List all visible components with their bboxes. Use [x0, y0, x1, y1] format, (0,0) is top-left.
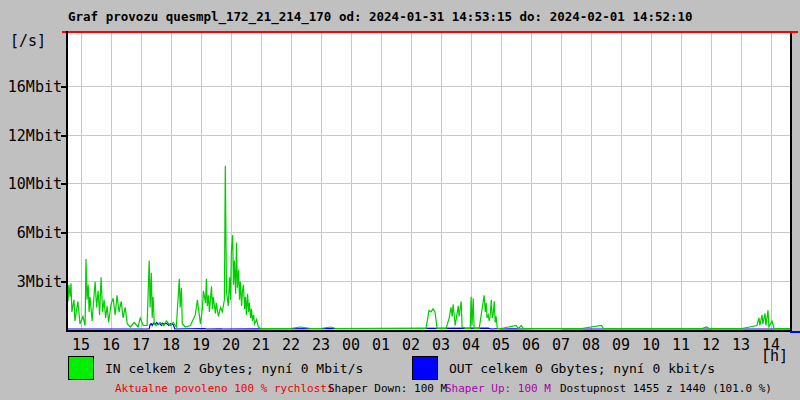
x-tick-label: 01 — [367, 336, 395, 354]
chart-canvas — [68, 33, 790, 330]
x-tick-label: 06 — [517, 336, 545, 354]
x-tick-label: 03 — [427, 336, 455, 354]
status-shaper-up: Shaper Up: 100 M — [445, 382, 551, 395]
y-tick-label: 16Mbit — [0, 78, 62, 96]
x-tick-label: 19 — [187, 336, 215, 354]
plot-area — [68, 33, 790, 330]
legend-in-swatch — [68, 356, 94, 380]
y-tick-label: 3Mbit — [0, 273, 62, 291]
x-tick-label: 04 — [457, 336, 485, 354]
x-tick-label: 05 — [487, 336, 515, 354]
x-tick-label: 15 — [67, 336, 95, 354]
y-tick-label: 12Mbit — [0, 127, 62, 145]
y-tick-mark — [61, 86, 67, 88]
y-axis-unit-label: [/s] — [10, 32, 46, 50]
x-tick-label: 08 — [577, 336, 605, 354]
y-tick-label: 10Mbit — [0, 175, 62, 193]
out-series-edge-mark — [790, 331, 800, 333]
x-tick-label: 10 — [637, 336, 665, 354]
y-tick-mark — [61, 281, 67, 283]
x-tick-label: 23 — [307, 336, 335, 354]
y-tick-mark — [61, 232, 67, 234]
x-tick-label: 09 — [607, 336, 635, 354]
x-tick-label: 14 — [757, 336, 785, 354]
legend-out-swatch — [412, 356, 438, 380]
y-axis-line — [66, 31, 68, 332]
x-tick-label: 21 — [247, 336, 275, 354]
y-tick-label: 6Mbit — [0, 224, 62, 242]
x-tick-label: 20 — [217, 336, 245, 354]
legend-out-label: OUT celkem 0 Gbytes; nyní 0 kbit/s — [449, 361, 715, 376]
x-tick-label: 16 — [97, 336, 125, 354]
x-tick-label: 18 — [157, 336, 185, 354]
x-tick-label: 00 — [337, 336, 365, 354]
x-axis-line — [66, 330, 792, 332]
traffic-graph-page: Graf provozu quesmpl_172_21_214_170 od: … — [0, 0, 800, 400]
x-tick-label: 13 — [727, 336, 755, 354]
x-tick-label: 02 — [397, 336, 425, 354]
status-availability: Dostupnost 1455 z 1440 (101.0 %) — [560, 382, 772, 395]
x-tick-label: 17 — [127, 336, 155, 354]
status-shaper-down: Shaper Down: 100 M — [328, 382, 447, 395]
page-title: Graf provozu quesmpl_172_21_214_170 od: … — [68, 9, 693, 24]
y-tick-mark — [61, 183, 67, 185]
status-allowed-speed: Aktualne povoleno 100 % rychlosti — [115, 382, 334, 395]
x-tick-label: 11 — [667, 336, 695, 354]
legend-in-label: IN celkem 2 Gbytes; nyní 0 Mbit/s — [105, 361, 363, 376]
plot-right-border — [790, 33, 792, 330]
x-tick-label: 22 — [277, 336, 305, 354]
y-tick-mark — [61, 135, 67, 137]
x-tick-label: 07 — [547, 336, 575, 354]
x-tick-label: 12 — [697, 336, 725, 354]
